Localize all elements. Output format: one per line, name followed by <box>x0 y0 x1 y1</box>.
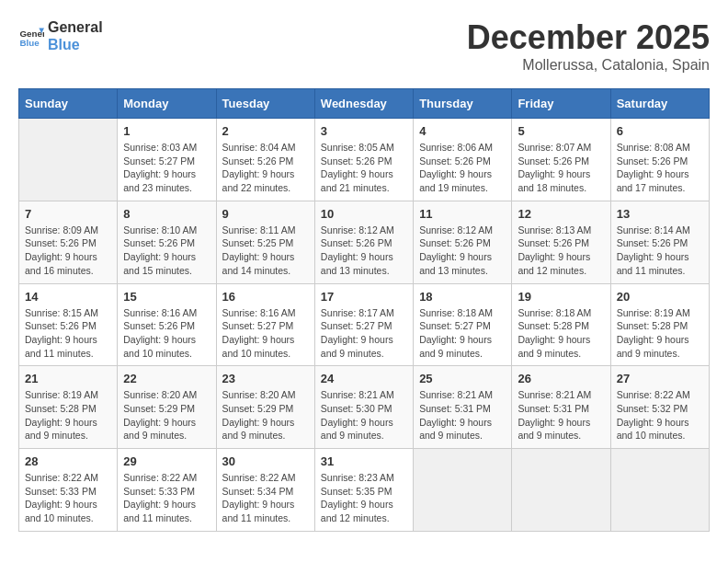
day-info: Sunrise: 8:14 AM Sunset: 5:26 PM Dayligh… <box>617 224 703 278</box>
day-info: Sunrise: 8:22 AM Sunset: 5:33 PM Dayligh… <box>25 471 111 525</box>
calendar-cell: 14Sunrise: 8:15 AM Sunset: 5:26 PM Dayli… <box>19 283 118 366</box>
calendar-cell: 8Sunrise: 8:10 AM Sunset: 5:26 PM Daylig… <box>118 201 216 283</box>
day-number: 14 <box>25 290 111 304</box>
calendar-cell: 10Sunrise: 8:12 AM Sunset: 5:26 PM Dayli… <box>314 201 413 283</box>
day-number: 2 <box>222 124 309 138</box>
calendar-cell: 3Sunrise: 8:05 AM Sunset: 5:26 PM Daylig… <box>314 119 413 201</box>
day-number: 29 <box>123 454 210 468</box>
calendar-body: 1Sunrise: 8:03 AM Sunset: 5:27 PM Daylig… <box>19 119 710 532</box>
day-number: 12 <box>518 207 604 221</box>
day-number: 1 <box>123 124 210 138</box>
calendar-week-3: 14Sunrise: 8:15 AM Sunset: 5:26 PM Dayli… <box>19 283 710 366</box>
day-number: 20 <box>617 290 703 304</box>
calendar-cell: 26Sunrise: 8:21 AM Sunset: 5:31 PM Dayli… <box>512 366 610 449</box>
day-info: Sunrise: 8:16 AM Sunset: 5:27 PM Dayligh… <box>222 306 309 361</box>
calendar-cell: 27Sunrise: 8:22 AM Sunset: 5:32 PM Dayli… <box>610 366 709 449</box>
day-number: 31 <box>321 454 407 468</box>
day-info: Sunrise: 8:18 AM Sunset: 5:28 PM Dayligh… <box>518 306 604 361</box>
calendar-cell: 16Sunrise: 8:16 AM Sunset: 5:27 PM Dayli… <box>216 283 314 366</box>
logo-blue: Blue <box>48 36 103 53</box>
calendar-cell <box>610 449 709 532</box>
calendar-cell: 12Sunrise: 8:13 AM Sunset: 5:26 PM Dayli… <box>512 201 610 283</box>
calendar-cell: 19Sunrise: 8:18 AM Sunset: 5:28 PM Dayli… <box>512 283 610 366</box>
day-info: Sunrise: 8:13 AM Sunset: 5:26 PM Dayligh… <box>518 224 604 278</box>
day-info: Sunrise: 8:12 AM Sunset: 5:26 PM Dayligh… <box>419 224 506 278</box>
weekday-header-wednesday: Wednesday <box>314 89 413 119</box>
day-number: 15 <box>123 290 210 304</box>
day-number: 23 <box>222 372 309 385</box>
day-info: Sunrise: 8:11 AM Sunset: 5:25 PM Dayligh… <box>222 224 309 278</box>
day-number: 9 <box>222 207 309 221</box>
calendar-week-5: 28Sunrise: 8:22 AM Sunset: 5:33 PM Dayli… <box>19 449 710 532</box>
day-info: Sunrise: 8:19 AM Sunset: 5:28 PM Dayligh… <box>25 388 111 442</box>
page-subtitle: Mollerussa, Catalonia, Spain <box>467 57 710 74</box>
calendar-cell: 17Sunrise: 8:17 AM Sunset: 5:27 PM Dayli… <box>314 283 413 366</box>
day-number: 6 <box>617 124 703 138</box>
day-info: Sunrise: 8:05 AM Sunset: 5:26 PM Dayligh… <box>321 141 407 195</box>
day-info: Sunrise: 8:12 AM Sunset: 5:26 PM Dayligh… <box>321 224 407 278</box>
weekday-header-thursday: Thursday <box>414 89 512 119</box>
calendar-week-4: 21Sunrise: 8:19 AM Sunset: 5:28 PM Dayli… <box>19 366 710 449</box>
day-number: 24 <box>321 372 407 385</box>
calendar-cell: 25Sunrise: 8:21 AM Sunset: 5:31 PM Dayli… <box>414 366 512 449</box>
day-number: 16 <box>222 290 309 304</box>
day-number: 19 <box>518 290 604 304</box>
weekday-header-monday: Monday <box>118 89 216 119</box>
calendar-cell: 13Sunrise: 8:14 AM Sunset: 5:26 PM Dayli… <box>610 201 709 283</box>
weekday-header-friday: Friday <box>512 89 610 119</box>
header: General Blue General Blue December 2025 … <box>18 18 710 74</box>
day-number: 26 <box>518 372 604 385</box>
logo-icon: General Blue <box>18 23 44 49</box>
calendar-cell: 20Sunrise: 8:19 AM Sunset: 5:28 PM Dayli… <box>610 283 709 366</box>
calendar-header-row: SundayMondayTuesdayWednesdayThursdayFrid… <box>19 89 710 119</box>
day-info: Sunrise: 8:04 AM Sunset: 5:26 PM Dayligh… <box>222 141 309 195</box>
calendar-cell: 28Sunrise: 8:22 AM Sunset: 5:33 PM Dayli… <box>19 449 118 532</box>
day-info: Sunrise: 8:20 AM Sunset: 5:29 PM Dayligh… <box>222 388 309 442</box>
title-area: December 2025 Mollerussa, Catalonia, Spa… <box>467 18 710 74</box>
calendar-cell: 9Sunrise: 8:11 AM Sunset: 5:25 PM Daylig… <box>216 201 314 283</box>
day-info: Sunrise: 8:18 AM Sunset: 5:27 PM Dayligh… <box>419 306 506 361</box>
calendar-cell: 23Sunrise: 8:20 AM Sunset: 5:29 PM Dayli… <box>216 366 314 449</box>
logo: General Blue General Blue <box>18 18 103 53</box>
day-info: Sunrise: 8:09 AM Sunset: 5:26 PM Dayligh… <box>25 224 111 278</box>
calendar-cell: 6Sunrise: 8:08 AM Sunset: 5:26 PM Daylig… <box>610 119 709 201</box>
day-number: 17 <box>321 290 407 304</box>
svg-text:Blue: Blue <box>19 38 40 48</box>
day-number: 25 <box>419 372 506 385</box>
day-info: Sunrise: 8:08 AM Sunset: 5:26 PM Dayligh… <box>617 141 703 195</box>
day-number: 4 <box>419 124 506 138</box>
day-info: Sunrise: 8:15 AM Sunset: 5:26 PM Dayligh… <box>25 306 111 361</box>
day-info: Sunrise: 8:17 AM Sunset: 5:27 PM Dayligh… <box>321 306 407 361</box>
day-info: Sunrise: 8:10 AM Sunset: 5:26 PM Dayligh… <box>123 224 210 278</box>
day-number: 11 <box>419 207 506 221</box>
calendar-cell <box>414 449 512 532</box>
page-title: December 2025 <box>467 18 710 57</box>
day-number: 5 <box>518 124 604 138</box>
calendar-cell: 31Sunrise: 8:23 AM Sunset: 5:35 PM Dayli… <box>314 449 413 532</box>
day-info: Sunrise: 8:19 AM Sunset: 5:28 PM Dayligh… <box>617 306 703 361</box>
calendar-cell: 7Sunrise: 8:09 AM Sunset: 5:26 PM Daylig… <box>19 201 118 283</box>
day-number: 30 <box>222 454 309 468</box>
calendar-cell <box>512 449 610 532</box>
day-number: 22 <box>123 372 210 385</box>
calendar-cell <box>19 119 118 201</box>
calendar-cell: 1Sunrise: 8:03 AM Sunset: 5:27 PM Daylig… <box>118 119 216 201</box>
calendar-cell: 18Sunrise: 8:18 AM Sunset: 5:27 PM Dayli… <box>414 283 512 366</box>
day-number: 21 <box>25 372 111 385</box>
day-info: Sunrise: 8:07 AM Sunset: 5:26 PM Dayligh… <box>518 141 604 195</box>
calendar-cell: 29Sunrise: 8:22 AM Sunset: 5:33 PM Dayli… <box>118 449 216 532</box>
logo-general: General <box>48 18 103 36</box>
day-number: 8 <box>123 207 210 221</box>
day-number: 18 <box>419 290 506 304</box>
weekday-header-tuesday: Tuesday <box>216 89 314 119</box>
day-number: 10 <box>321 207 407 221</box>
calendar-cell: 22Sunrise: 8:20 AM Sunset: 5:29 PM Dayli… <box>118 366 216 449</box>
day-info: Sunrise: 8:23 AM Sunset: 5:35 PM Dayligh… <box>321 471 407 525</box>
day-info: Sunrise: 8:22 AM Sunset: 5:32 PM Dayligh… <box>617 388 703 442</box>
day-info: Sunrise: 8:20 AM Sunset: 5:29 PM Dayligh… <box>123 388 210 442</box>
day-info: Sunrise: 8:03 AM Sunset: 5:27 PM Dayligh… <box>123 141 210 195</box>
calendar-cell: 21Sunrise: 8:19 AM Sunset: 5:28 PM Dayli… <box>19 366 118 449</box>
day-info: Sunrise: 8:16 AM Sunset: 5:26 PM Dayligh… <box>123 306 210 361</box>
day-info: Sunrise: 8:22 AM Sunset: 5:33 PM Dayligh… <box>123 471 210 525</box>
calendar-cell: 30Sunrise: 8:22 AM Sunset: 5:34 PM Dayli… <box>216 449 314 532</box>
